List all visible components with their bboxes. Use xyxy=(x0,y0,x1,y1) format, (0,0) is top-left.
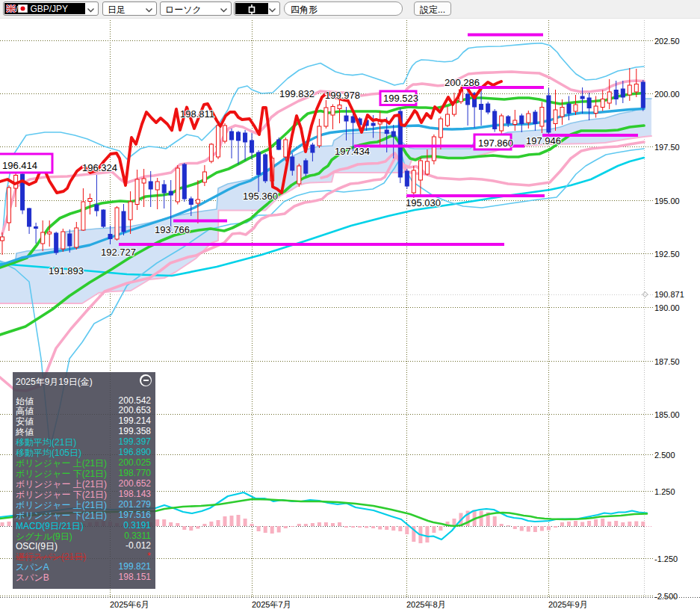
svg-text:2025年8月: 2025年8月 xyxy=(406,600,446,609)
svg-text:192.50: 192.50 xyxy=(654,250,680,259)
svg-text:1.250: 1.250 xyxy=(654,487,675,496)
svg-text:2025年7月: 2025年7月 xyxy=(252,600,291,609)
svg-text:202.50: 202.50 xyxy=(654,37,680,46)
svg-text:195.360: 195.360 xyxy=(243,191,278,202)
svg-text:198.811: 198.811 xyxy=(180,108,214,120)
svg-text:195.00: 195.00 xyxy=(654,197,680,205)
svg-text:2025年6月: 2025年6月 xyxy=(110,600,149,609)
svg-text:193.766: 193.766 xyxy=(155,224,190,235)
svg-text:200.00: 200.00 xyxy=(654,90,680,99)
svg-text:199.832: 199.832 xyxy=(279,88,315,99)
svg-text:199.978: 199.978 xyxy=(325,90,360,101)
svg-text:-2.500: -2.500 xyxy=(654,592,678,601)
svg-text:190.871: 190.871 xyxy=(654,290,684,299)
svg-text:197.946: 197.946 xyxy=(526,135,561,146)
svg-text:200.286: 200.286 xyxy=(445,77,480,88)
svg-text:185.00: 185.00 xyxy=(654,410,680,419)
svg-text:196.324: 196.324 xyxy=(82,162,117,173)
svg-text:197.860: 197.860 xyxy=(478,137,513,149)
svg-text:187.50: 187.50 xyxy=(654,357,680,366)
svg-text:196.414: 196.414 xyxy=(2,160,37,171)
svg-text:191.893: 191.893 xyxy=(49,265,84,276)
svg-text:195.030: 195.030 xyxy=(406,197,441,208)
svg-text:192.727: 192.727 xyxy=(101,247,136,258)
svg-text:197.50: 197.50 xyxy=(654,143,680,152)
svg-text:197.434: 197.434 xyxy=(335,146,370,157)
svg-text:2025年9月: 2025年9月 xyxy=(548,600,588,609)
svg-text:2.500: 2.500 xyxy=(654,451,675,460)
svg-text:-1.250: -1.250 xyxy=(654,554,678,563)
svg-text:199.523: 199.523 xyxy=(383,93,418,104)
svg-text:190.00: 190.00 xyxy=(654,303,680,312)
